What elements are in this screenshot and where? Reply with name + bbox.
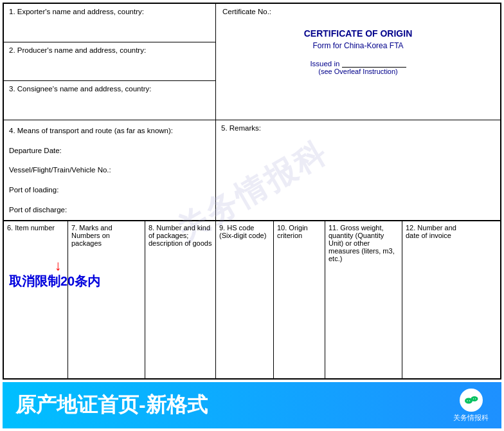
bottom-table: 6. Item number ↓ 取消限制20条内 7. Marks and N… (4, 221, 500, 378)
wechat-label: 关务情报科 (453, 413, 489, 423)
svg-point-4 (473, 398, 473, 399)
wechat-icon (460, 389, 483, 412)
right-column: Certificate No.: CERTIFICATE OF ORIGIN F… (216, 4, 500, 120)
main-container: 关务情报科 1. Exporter's name and address, co… (0, 0, 504, 431)
red-arrow-icon: ↓ (15, 259, 100, 273)
port-discharge: Port of discharge: (9, 203, 210, 217)
svg-point-1 (471, 396, 478, 401)
field1-box: 1. Exporter's name and address, country: (4, 4, 215, 42)
departure-date: Departure Date: (9, 144, 210, 158)
col9-header: 9. HS code (Six-digit code) (216, 221, 274, 378)
field2-box: 2. Producer's name and address, country: (4, 42, 215, 81)
col10-header: 10. Origin criterion (274, 221, 325, 378)
wechat-svg (464, 392, 479, 408)
vessel-flight: Vessel/Flight/Train/Vehicle No.: (9, 163, 210, 177)
overlay-label: 取消限制20条内 (9, 274, 100, 288)
issued-underline (342, 59, 406, 68)
form-area: 关务情报科 1. Exporter's name and address, co… (3, 3, 501, 380)
col7-header: 7. Marks and Numbers on packages (68, 221, 145, 378)
transport-box: 4. Means of transport and route (as far … (4, 120, 216, 220)
footer-title: 原产地证首页-新格式 (15, 391, 208, 419)
field2-label: 2. Producer's name and address, country: (9, 46, 146, 54)
svg-point-5 (474, 398, 475, 399)
field3-box: 3. Consignee's name and address, country… (4, 81, 215, 120)
cert-title: CERTIFICATE OF ORIGIN (304, 28, 413, 39)
field3-label: 3. Consignee's name and address, country… (9, 85, 151, 93)
col6-header: 6. Item number ↓ 取消限制20条内 (4, 221, 68, 378)
svg-point-3 (469, 400, 470, 401)
field4-label: 4. Means of transport and route (as far … (9, 124, 210, 138)
field5-label: 5. Remarks: (221, 124, 495, 132)
col11-header: 11. Gross weight, quantity (Quantity Uni… (325, 221, 402, 378)
footer-banner: 原产地证首页-新格式 关务情报科 (3, 382, 501, 428)
svg-point-2 (467, 400, 468, 401)
remarks-box: 5. Remarks: (216, 120, 500, 220)
port-loading: Port of loading: (9, 183, 210, 197)
field1-label: 1. Exporter's name and address, country: (9, 8, 144, 15)
top-section: 1. Exporter's name and address, country:… (4, 4, 500, 120)
cert-subtitle: Form for China-Korea FTA (312, 41, 403, 50)
col8-header: 8. Number and kind of packages; descript… (145, 221, 216, 378)
left-column: 1. Exporter's name and address, country:… (4, 4, 216, 120)
issued-in: Issued in (310, 59, 406, 68)
overlay-area: ↓ 取消限制20条内 (9, 259, 100, 290)
footer-title-bold: 新格式 (146, 393, 208, 416)
footer-wechat: 关务情报科 (453, 389, 489, 423)
see-instruction: (see Overleaf Instruction) (318, 68, 398, 75)
col12-header: 12. Number and date of invoice (402, 221, 467, 378)
cert-no: Certificate No.: (222, 8, 271, 15)
footer-title-main: 原产地证首页- (15, 393, 146, 416)
middle-section: 4. Means of transport and route (as far … (4, 120, 500, 221)
